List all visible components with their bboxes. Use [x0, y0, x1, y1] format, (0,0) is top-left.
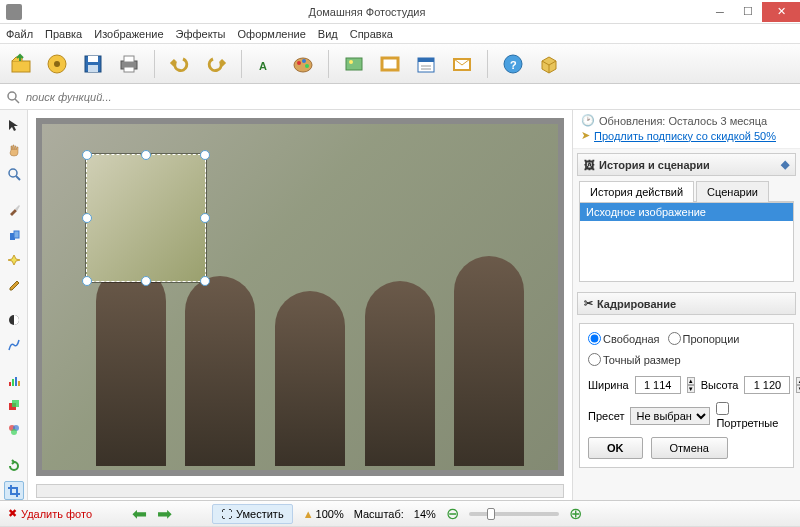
- crop-handle[interactable]: [82, 150, 92, 160]
- crop-handle[interactable]: [82, 213, 92, 223]
- svg-rect-4: [88, 56, 98, 62]
- search-icon: [6, 90, 20, 104]
- crop-handle[interactable]: [141, 150, 151, 160]
- postcard-icon[interactable]: [447, 49, 477, 79]
- picture-icon[interactable]: [339, 49, 369, 79]
- zoom-tool-icon[interactable]: [4, 165, 24, 184]
- clone-tool-icon[interactable]: [4, 226, 24, 245]
- menu-image[interactable]: Изображение: [94, 28, 163, 40]
- open-file-icon[interactable]: [6, 49, 36, 79]
- menu-help[interactable]: Справка: [350, 28, 393, 40]
- delete-photo-button[interactable]: ✖Удалить фото: [8, 507, 92, 520]
- svg-point-11: [297, 61, 301, 65]
- menu-edit[interactable]: Правка: [45, 28, 82, 40]
- svg-rect-33: [15, 377, 17, 386]
- whiten-tool-icon[interactable]: [4, 250, 24, 269]
- portrait-checkbox[interactable]: Портретные: [716, 402, 785, 429]
- menu-view[interactable]: Вид: [318, 28, 338, 40]
- box-icon[interactable]: [534, 49, 564, 79]
- pencil-tool-icon[interactable]: [4, 275, 24, 294]
- mode-free-radio[interactable]: Свободная: [588, 332, 660, 345]
- crop-icon: ✂: [584, 297, 593, 310]
- palette-icon[interactable]: [288, 49, 318, 79]
- canvas[interactable]: [36, 118, 564, 476]
- contrast-tool-icon[interactable]: [4, 311, 24, 330]
- prev-arrow-icon[interactable]: ⬅: [132, 503, 147, 525]
- zoom-out-icon[interactable]: ⊖: [446, 504, 459, 523]
- layers-tool-icon[interactable]: [4, 396, 24, 415]
- next-arrow-icon[interactable]: ➡: [157, 503, 172, 525]
- crop-handle[interactable]: [141, 276, 151, 286]
- zoom-in-icon[interactable]: ⊕: [569, 504, 582, 523]
- app-icon: [6, 4, 22, 20]
- horizontal-scrollbar[interactable]: [36, 484, 564, 498]
- menu-decor[interactable]: Оформление: [238, 28, 306, 40]
- fit-icon: ⛶: [221, 508, 232, 520]
- crop-panel-title: Кадрирование: [597, 298, 676, 310]
- brush-tool-icon[interactable]: [4, 201, 24, 220]
- calendar-icon[interactable]: [411, 49, 441, 79]
- crop-selection[interactable]: [86, 154, 206, 282]
- crop-handle[interactable]: [82, 276, 92, 286]
- rotate-tool-icon[interactable]: [4, 457, 24, 476]
- preset-select[interactable]: Не выбрано: [630, 407, 710, 425]
- cancel-button[interactable]: Отмена: [651, 437, 728, 459]
- histogram-tool-icon[interactable]: [4, 372, 24, 391]
- height-spinner[interactable]: ▲▼: [796, 377, 800, 393]
- menu-effects[interactable]: Эффекты: [176, 28, 226, 40]
- minimize-button[interactable]: ─: [706, 2, 734, 22]
- close-button[interactable]: ✕: [762, 2, 800, 22]
- history-item[interactable]: Исходное изображение: [580, 203, 793, 221]
- effects-tool-icon[interactable]: [4, 421, 24, 440]
- batch-icon[interactable]: [42, 49, 72, 79]
- mode-exact-radio[interactable]: Точный размер: [588, 353, 681, 366]
- titlebar: Домашняя Фотостудия ─ ☐ ✕: [0, 0, 800, 24]
- crop-panel-header: ✂ Кадрирование: [577, 292, 796, 315]
- fit-button[interactable]: ⛶Уместить: [212, 504, 293, 524]
- hand-tool-icon[interactable]: [4, 141, 24, 160]
- arrow-icon: ➤: [581, 129, 590, 142]
- help-icon[interactable]: ?: [498, 49, 528, 79]
- menu-file[interactable]: Файл: [6, 28, 33, 40]
- mode-prop-radio[interactable]: Пропорции: [668, 332, 740, 345]
- crop-handle[interactable]: [200, 150, 210, 160]
- text-icon[interactable]: A: [252, 49, 282, 79]
- redo-icon[interactable]: [201, 49, 231, 79]
- history-list[interactable]: Исходное изображение: [579, 202, 794, 282]
- height-input[interactable]: [744, 376, 790, 394]
- crop-handle[interactable]: [200, 213, 210, 223]
- svg-point-24: [8, 92, 16, 100]
- crop-tool-icon[interactable]: [4, 481, 24, 500]
- ok-button[interactable]: OK: [588, 437, 643, 459]
- svg-line-27: [16, 176, 20, 180]
- search-input[interactable]: [26, 87, 546, 107]
- width-spinner[interactable]: ▲▼: [687, 377, 695, 393]
- svg-text:A: A: [259, 60, 267, 72]
- save-icon[interactable]: [78, 49, 108, 79]
- slider-thumb[interactable]: [487, 508, 495, 520]
- curves-tool-icon[interactable]: [4, 336, 24, 355]
- height-label: Высота: [701, 379, 739, 391]
- svg-rect-18: [418, 58, 434, 62]
- scale-label: Масштаб:: [354, 508, 404, 520]
- tab-scenarios[interactable]: Сценарии: [696, 181, 769, 202]
- svg-point-2: [54, 61, 60, 67]
- undo-icon[interactable]: [165, 49, 195, 79]
- svg-rect-31: [9, 382, 11, 386]
- svg-point-12: [302, 59, 306, 63]
- print-icon[interactable]: [114, 49, 144, 79]
- window-title: Домашняя Фотостудия: [28, 6, 706, 18]
- zoom-100-button[interactable]: ▲100%: [303, 508, 344, 520]
- pointer-tool-icon[interactable]: [4, 116, 24, 135]
- crop-handle[interactable]: [200, 276, 210, 286]
- history-panel-header: 🖼 История и сценарии ◆: [577, 153, 796, 176]
- right-panel: 🕑Обновления: Осталось 3 месяца ➤Продлить…: [572, 110, 800, 500]
- renew-link[interactable]: Продлить подписку со скидкой 50%: [594, 130, 776, 142]
- maximize-button[interactable]: ☐: [734, 2, 762, 22]
- zoom-slider[interactable]: [469, 512, 559, 516]
- toolbar: A ?: [0, 44, 800, 84]
- width-input[interactable]: [635, 376, 681, 394]
- collapse-icon[interactable]: ◆: [781, 158, 789, 171]
- frame-icon[interactable]: [375, 49, 405, 79]
- tab-history[interactable]: История действий: [579, 181, 694, 202]
